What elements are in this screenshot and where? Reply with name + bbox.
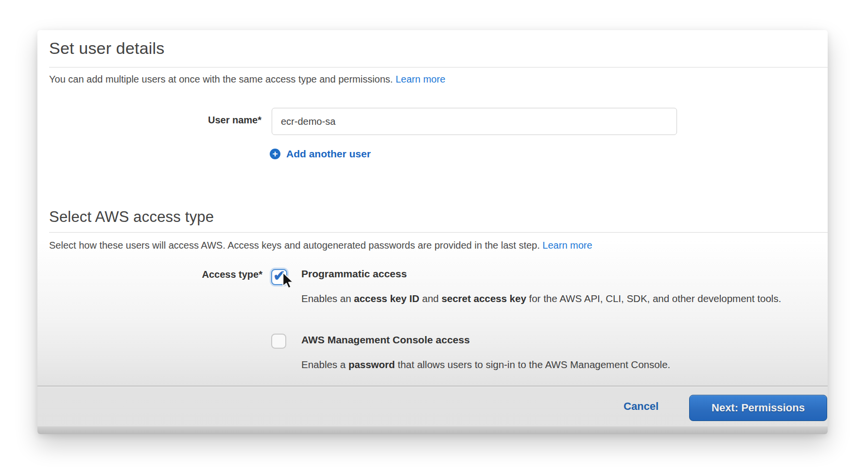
programmatic-access-checkbox[interactable]: ✔ — [271, 269, 287, 285]
desc-text: and — [419, 293, 442, 304]
access-type-intro-text: Select how these users will access AWS. … — [49, 240, 540, 251]
user-details-intro-text: You can add multiple users at once with … — [49, 74, 393, 84]
footer-divider — [37, 386, 828, 387]
add-another-user-label: Add another user — [286, 148, 371, 160]
programmatic-access-title[interactable]: Programmatic access — [301, 268, 407, 280]
user-details-intro: You can add multiple users at once with … — [49, 74, 445, 85]
desc-bold: secret access key — [441, 293, 526, 304]
desc-bold: access key ID — [354, 293, 419, 304]
title-divider — [49, 67, 828, 68]
learn-more-link-access-type[interactable]: Learn more — [542, 240, 592, 251]
desc-text: Enables an — [301, 293, 354, 304]
add-user-wizard-card: Set user details You can add multiple us… — [37, 30, 828, 434]
programmatic-access-description: Enables an access key ID and secret acce… — [301, 289, 782, 308]
access-type-intro: Select how these users will access AWS. … — [49, 240, 592, 251]
access-type-label: Access type* — [37, 269, 262, 280]
next-permissions-button[interactable]: Next: Permissions — [689, 395, 827, 421]
desc-bold: password — [348, 359, 395, 370]
user-name-label: User name* — [37, 115, 261, 126]
cancel-button[interactable]: Cancel — [624, 400, 659, 413]
user-name-input[interactable] — [272, 108, 677, 135]
card-bottom-strip — [37, 426, 828, 434]
learn-more-link-user-details[interactable]: Learn more — [396, 74, 445, 84]
plus-circle-icon: + — [270, 149, 280, 159]
desc-text: that allows users to sign-in to the AWS … — [395, 359, 671, 370]
desc-text: for the AWS API, CLI, SDK, and other dev… — [526, 293, 781, 304]
page-title: Set user details — [49, 39, 165, 58]
console-access-description: Enables a password that allows users to … — [301, 355, 782, 374]
add-another-user-button[interactable]: + Add another user — [270, 148, 371, 160]
check-icon: ✔ — [273, 267, 285, 284]
access-type-divider — [49, 232, 828, 233]
console-access-title[interactable]: AWS Management Console access — [301, 334, 470, 346]
console-access-checkbox[interactable] — [271, 334, 286, 349]
desc-text: Enables a — [301, 359, 348, 370]
access-type-section-title: Select AWS access type — [49, 208, 214, 226]
